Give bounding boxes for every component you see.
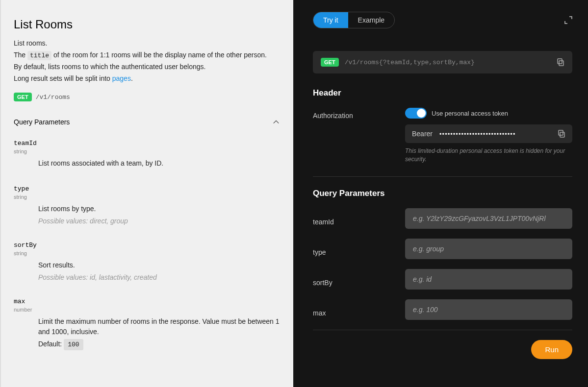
desc-post: of the room for 1:1 rooms will be the di… (51, 51, 267, 59)
teamid-input[interactable] (405, 208, 572, 229)
tab-example[interactable]: Example (348, 12, 394, 28)
divider (313, 176, 572, 177)
param-type: string (14, 148, 280, 154)
param-name: max (14, 298, 280, 305)
input-label-sortby: sortBy (313, 272, 405, 287)
default-label: Default: (38, 340, 64, 348)
param-name: type (14, 185, 280, 193)
param-type: type string List rooms by type. Possible… (14, 185, 280, 225)
param-name: teamId (14, 140, 280, 147)
svg-rect-2 (560, 132, 564, 137)
method-badge: GET (14, 93, 32, 101)
bearer-token-hidden: •••••••••••••••••••••••••••• (439, 130, 551, 138)
param-desc: List rooms by type. (38, 204, 280, 214)
desc-line-1: List rooms. (14, 38, 280, 49)
desc4-post: . (131, 74, 133, 82)
auth-label: Authorization (313, 108, 405, 120)
copy-icon[interactable] (557, 58, 564, 66)
query-params-section-title: Query Parameters (313, 189, 572, 198)
pages-link[interactable]: pages (112, 74, 131, 82)
param-sortby: sortBy string Sort results. Possible val… (14, 242, 280, 281)
copy-icon[interactable] (558, 130, 565, 138)
type-input[interactable] (405, 239, 572, 259)
desc-pre: The (14, 51, 27, 59)
param-desc: Limit the maximum number of rooms in the… (38, 316, 280, 337)
param-desc: Sort results. (38, 260, 280, 270)
url-method-badge: GET (321, 58, 339, 67)
param-name: sortBy (14, 242, 280, 249)
auth-helper-text: This limited-duration personal access to… (405, 147, 572, 164)
svg-rect-1 (558, 59, 562, 64)
param-teamid: teamId string List rooms associated with… (14, 140, 280, 169)
endpoint-path: /v1/rooms (36, 94, 70, 101)
chevron-up-icon (273, 119, 280, 125)
query-params-header[interactable]: Query Parameters (14, 118, 280, 131)
tab-group: Try it Example (313, 12, 395, 28)
param-desc: List rooms associated with a team, by ID… (38, 158, 280, 169)
desc-line-4: Long result sets will be split into page… (14, 73, 280, 84)
default-value-badge: 100 (64, 339, 83, 350)
inline-code-title: title (27, 51, 51, 60)
header-section-title: Header (313, 88, 572, 98)
param-possible-values: Possible values: direct, group (38, 217, 280, 225)
method-path-row: GET /v1/rooms (14, 93, 280, 101)
page-title: List Rooms (14, 18, 280, 31)
personal-token-toggle[interactable] (405, 108, 427, 119)
desc4-pre: Long result sets will be split into (14, 74, 112, 82)
param-type: string (14, 250, 280, 256)
svg-rect-3 (559, 130, 563, 135)
param-type: string (14, 194, 280, 200)
toggle-knob (417, 109, 426, 118)
query-params-label: Query Parameters (14, 118, 70, 126)
url-box: GET /v1/rooms{?teamId,type,sortBy,max} (313, 51, 572, 73)
input-label-max: max (313, 302, 405, 317)
svg-rect-0 (559, 61, 563, 66)
param-max: max number Limit the maximum number of r… (14, 298, 280, 348)
desc-line-3: By default, lists rooms to which the aut… (14, 62, 280, 73)
expand-icon[interactable] (564, 16, 572, 24)
param-possible-values: Possible values: id, lastactivity, creat… (38, 273, 280, 281)
input-label-type: type (313, 242, 405, 256)
bearer-box: Bearer •••••••••••••••••••••••••••• (405, 124, 572, 143)
input-label-teamid: teamId (313, 211, 405, 226)
toggle-label: Use personal access token (432, 110, 508, 117)
max-input[interactable] (405, 299, 572, 320)
run-button[interactable]: Run (531, 340, 572, 359)
param-type: number (14, 307, 280, 313)
sortby-input[interactable] (405, 269, 572, 290)
desc-line-2: The title of the room for 1:1 rooms will… (14, 50, 280, 61)
param-default: Default: 100 (38, 340, 280, 348)
url-path: /v1/rooms{?teamId,type,sortBy,max} (345, 59, 551, 66)
tab-tryit[interactable]: Try it (313, 12, 348, 28)
bearer-label: Bearer (412, 130, 433, 138)
